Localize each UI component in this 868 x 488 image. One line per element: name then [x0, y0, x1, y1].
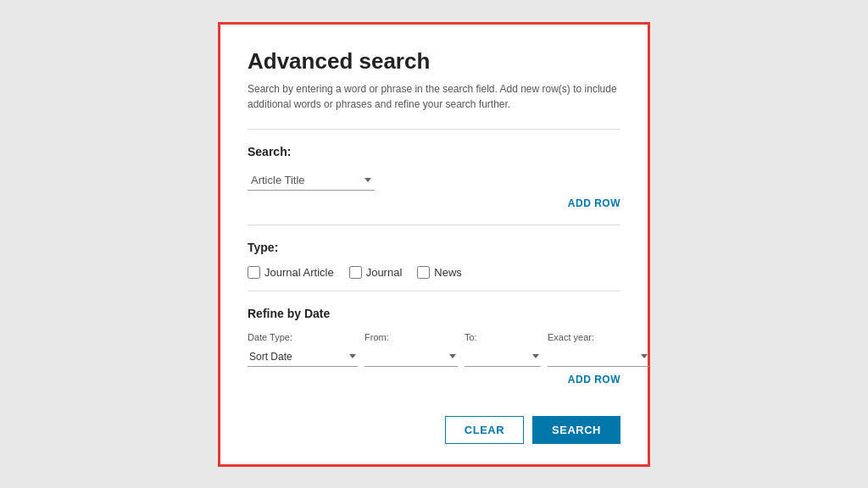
date-row-inputs: Sort Date Publication Date Embargo Date …	[248, 347, 620, 367]
date-row-header: Date Type: From: To: Exact year:	[248, 332, 620, 342]
date-section-label: Refine by Date	[248, 307, 620, 320]
date-section: Refine by Date Date Type: From: To: Exac…	[248, 291, 620, 401]
search-section-label: Search:	[248, 145, 620, 158]
date-type-dropdown[interactable]: Sort Date Publication Date Embargo Date	[248, 347, 358, 367]
search-button[interactable]: SEARCH	[532, 416, 620, 444]
dialog-title: Advanced search	[248, 48, 620, 75]
date-type-col-label: Date Type:	[248, 332, 358, 342]
page-background: Advanced search Search by entering a wor…	[0, 0, 868, 488]
search-row: Article Title Author Keyword Abstract	[248, 170, 620, 191]
news-checkbox[interactable]	[417, 266, 430, 279]
advanced-search-dialog: Advanced search Search by entering a wor…	[218, 22, 650, 467]
journal-label: Journal	[366, 266, 403, 279]
checkbox-item-news: News	[417, 266, 462, 279]
journal-article-checkbox[interactable]	[248, 266, 260, 279]
journal-article-label: Journal Article	[264, 266, 334, 279]
journal-checkbox[interactable]	[349, 266, 362, 279]
type-checkboxes-container: Journal Article Journal News	[248, 266, 620, 279]
search-add-row-button[interactable]: ADD ROW	[568, 194, 620, 213]
exact-year-dropdown[interactable]: 2020 2021 2022 2023 2024	[548, 347, 649, 367]
to-dropdown[interactable]: 2020 2021 2022 2023 2024	[465, 347, 541, 367]
to-col-label: To:	[465, 332, 541, 342]
date-add-row-button[interactable]: ADD ROW	[568, 370, 620, 389]
clear-button[interactable]: CLEAR	[445, 416, 524, 444]
search-type-dropdown[interactable]: Article Title Author Keyword Abstract	[248, 170, 375, 191]
checkbox-item-journal-article: Journal Article	[248, 266, 334, 279]
checkbox-item-journal: Journal	[349, 266, 403, 279]
dialog-description: Search by entering a word or phrase in t…	[248, 81, 620, 112]
from-dropdown[interactable]: 2000 2005 2010 2015 2020	[364, 347, 458, 367]
exact-year-col-label: Exact year:	[548, 332, 649, 342]
from-col-label: From:	[364, 332, 458, 342]
dialog-footer: CLEAR SEARCH	[248, 401, 620, 444]
search-section: Search: Article Title Author Keyword Abs…	[248, 129, 620, 225]
type-section: Type: Journal Article Journal News	[248, 225, 620, 291]
type-section-label: Type:	[248, 241, 620, 254]
news-label: News	[434, 266, 462, 279]
